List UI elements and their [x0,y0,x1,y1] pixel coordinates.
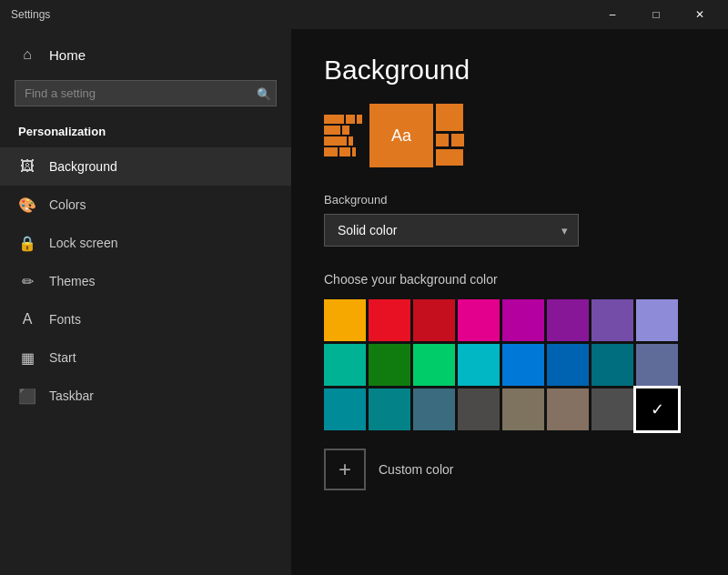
section-heading: Personalization [0,117,291,147]
color-swatch[interactable] [458,299,500,341]
color-swatch[interactable] [502,344,544,386]
strip-block [346,115,355,124]
strip-block [324,115,344,124]
color-swatch[interactable] [636,388,678,430]
background-dropdown[interactable]: PictureSolid colorSlideshow [324,214,579,247]
strip-block [342,126,349,135]
strip-block [324,126,340,135]
small-tile-2 [436,134,449,146]
color-swatch[interactable] [547,344,589,386]
color-swatch[interactable] [369,388,410,430]
start-label: Start [49,350,76,365]
search-input[interactable] [15,80,277,106]
preview-tile-aa: Aa [369,104,433,167]
lock-screen-icon: 🔒 [18,234,36,252]
app-body: ⌂ Home 🔍 Personalization 🖼 Background 🎨 … [0,29,728,575]
nav-item-fonts[interactable]: A Fonts [0,300,291,338]
custom-color-icon: + [324,449,366,490]
themes-icon: ✏ [18,272,36,290]
color-swatch[interactable] [502,299,544,341]
strip-row-1 [324,115,362,124]
nav-item-themes[interactable]: ✏ Themes [0,262,291,300]
custom-color-button[interactable]: + Custom color [324,449,695,490]
lock-screen-label: Lock screen [49,236,117,250]
color-swatch[interactable] [636,299,678,341]
color-swatch[interactable] [592,388,633,430]
app-title: Settings [11,8,50,21]
maximize-button[interactable]: □ [635,0,677,29]
taskbar-icon: ⬛ [18,387,36,405]
color-swatch[interactable] [547,388,589,430]
title-bar: Settings – □ ✕ [0,0,728,29]
color-swatch[interactable] [502,388,544,430]
background-dropdown-wrapper: PictureSolid colorSlideshow ▾ [324,214,579,247]
strip-block [349,136,353,146]
nav-items: 🖼 Background 🎨 Colors 🔒 Lock screen ✏ Th… [0,147,291,415]
small-tile-4 [436,149,463,166]
strip-block [324,136,347,146]
background-label: Background [49,159,117,174]
start-icon: ▦ [18,348,36,367]
color-section-label: Choose your background color [324,272,695,287]
color-swatch[interactable] [547,299,589,341]
search-container: 🔍 [15,80,277,106]
nav-item-taskbar[interactable]: ⬛ Taskbar [0,377,291,415]
color-swatch[interactable] [592,344,633,386]
custom-color-label: Custom color [379,462,453,477]
fonts-icon: A [18,310,36,328]
color-swatch[interactable] [324,388,366,430]
colors-icon: 🎨 [18,196,36,214]
background-dropdown-label: Background [324,193,695,207]
background-preview: Aa [324,104,695,167]
color-swatch[interactable] [636,344,678,386]
fonts-label: Fonts [49,312,81,327]
nav-item-start[interactable]: ▦ Start [0,338,291,377]
color-swatch[interactable] [324,344,366,386]
preview-strips [324,115,362,156]
preview-tiles-main: Aa [369,104,464,167]
minimize-button[interactable]: – [592,0,633,29]
color-swatch[interactable] [369,299,410,341]
taskbar-label: Taskbar [49,388,94,403]
nav-item-colors[interactable]: 🎨 Colors [0,186,291,224]
home-label: Home [49,47,86,63]
window-controls: – □ ✕ [592,0,721,29]
color-swatch[interactable] [324,299,366,341]
color-swatch[interactable] [369,344,410,386]
small-tile-3 [451,134,464,146]
color-swatch[interactable] [592,299,633,341]
strip-block [339,147,350,156]
search-icon[interactable]: 🔍 [257,86,271,100]
color-grid [324,299,695,430]
colors-label: Colors [49,197,86,212]
strip-block [357,115,362,124]
nav-item-background[interactable]: 🖼 Background [0,147,291,186]
color-swatch[interactable] [413,388,455,430]
page-title: Background [324,55,695,86]
strip-block [324,147,338,156]
preview-small-tiles [436,104,464,167]
home-icon: ⌂ [18,45,36,64]
sidebar: ⌂ Home 🔍 Personalization 🖼 Background 🎨 … [0,29,291,575]
content-area: Background [291,29,728,575]
color-swatch[interactable] [458,388,500,430]
home-nav-item[interactable]: ⌂ Home [0,36,291,73]
close-button[interactable]: ✕ [679,0,721,29]
background-icon: 🖼 [18,157,36,176]
nav-item-lock-screen[interactable]: 🔒 Lock screen [0,224,291,262]
color-swatch[interactable] [413,299,455,341]
small-tile-1 [436,104,463,131]
color-swatch[interactable] [458,344,500,386]
strip-block [352,147,356,156]
themes-label: Themes [49,274,96,288]
color-swatch[interactable] [413,344,455,386]
